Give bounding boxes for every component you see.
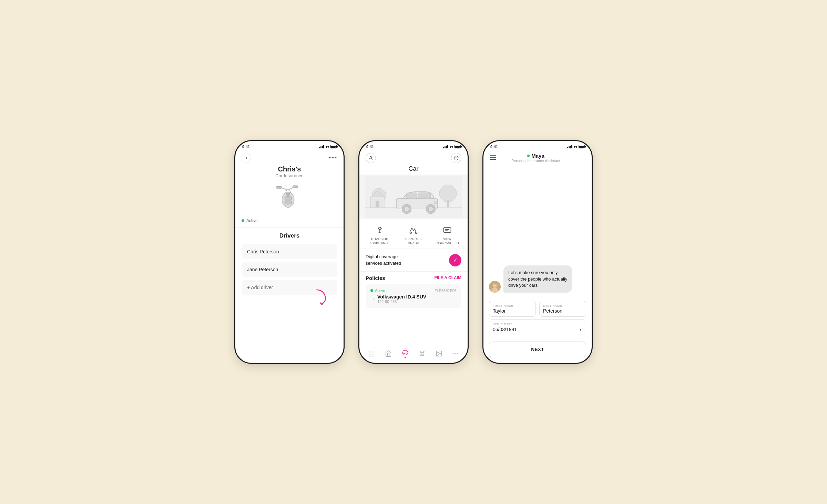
roadside-action[interactable]: ROADSIDE ASSISTANCE xyxy=(366,224,394,245)
policies-header: Policies FILE A CLAIM xyxy=(366,275,461,281)
date-row: 06/03/1981 ▼ xyxy=(493,327,582,332)
signal-icon-2 xyxy=(443,145,448,148)
svg-point-20 xyxy=(439,185,457,202)
svg-point-12 xyxy=(456,159,457,159)
svg-rect-39 xyxy=(372,354,374,356)
policy-card[interactable]: Active #LP3891E05 → Volkswagen ID.4 SUV … xyxy=(366,284,461,308)
page-title-car: Car xyxy=(359,165,468,175)
active-dot-icon xyxy=(242,219,244,222)
phone-1: 9:41 ▾▾ ‹ ••• Ch xyxy=(234,140,345,364)
last-name-value: Peterson xyxy=(543,308,582,314)
phone3-content: Maya Personal Insurance Assistant xyxy=(483,150,592,363)
online-status-dot xyxy=(527,155,530,157)
svg-rect-36 xyxy=(369,351,371,353)
agent-name-row: Maya xyxy=(499,153,572,159)
first-name-field[interactable]: FIRST NAME Taylor xyxy=(489,301,536,317)
chat-message-row: Let's make sure you only cover the peopl… xyxy=(489,265,586,293)
svg-rect-29 xyxy=(434,201,438,204)
policy-active-status: Active xyxy=(370,288,385,293)
divider-1 xyxy=(235,227,344,228)
signal-icon xyxy=(319,145,324,148)
phone1-content: ‹ ••• Chris's Car Insurance xyxy=(235,150,344,363)
svg-rect-9 xyxy=(276,187,282,189)
nav-dashboard[interactable] xyxy=(368,350,375,357)
nav-active-dot xyxy=(405,357,406,358)
svg-rect-33 xyxy=(444,228,451,232)
svg-point-28 xyxy=(428,207,433,211)
driver-name-1: Chris Peterson xyxy=(247,249,279,254)
drivers-heading: Drivers xyxy=(242,232,337,239)
wifi-icon-3: ▾▾ xyxy=(574,145,577,149)
nav-more[interactable] xyxy=(452,350,459,357)
svg-line-8 xyxy=(281,188,288,190)
policy-car-name: Volkswagen ID.4 SUV xyxy=(377,294,426,300)
issue-date-value: 06/03/1981 xyxy=(493,327,517,332)
agent-info: Maya Personal Insurance Assistant xyxy=(499,153,572,163)
coverage-text: Digital coverage services activated xyxy=(366,254,401,266)
status-icons-3: ▾▾ xyxy=(567,145,585,149)
menu-button[interactable] xyxy=(490,155,496,161)
policy-arrow-icon: → xyxy=(370,296,375,302)
svg-line-5 xyxy=(288,187,294,190)
nav-car[interactable] xyxy=(402,349,409,358)
svg-point-10 xyxy=(370,156,372,158)
more-options-button[interactable]: ••• xyxy=(329,154,337,161)
help-button[interactable] xyxy=(451,153,461,163)
svg-rect-24 xyxy=(419,193,431,199)
first-name-label: FIRST NAME xyxy=(493,304,532,307)
nav-pets[interactable] xyxy=(419,350,426,357)
svg-rect-21 xyxy=(447,200,449,207)
svg-rect-37 xyxy=(372,351,374,353)
dropdown-arrow-icon: ▼ xyxy=(579,328,582,332)
svg-rect-23 xyxy=(407,193,417,199)
roadside-label: ROADSIDE ASSISTANCE xyxy=(369,237,390,245)
phone-2: 9:41 ▾▾ xyxy=(358,140,469,364)
svg-point-30 xyxy=(379,227,381,230)
wifi-icon: ▾▾ xyxy=(326,145,329,149)
issue-date-field[interactable]: ISSUE DATE 06/03/1981 ▼ xyxy=(489,319,586,335)
last-name-field[interactable]: LAST NAME Peterson xyxy=(539,301,586,317)
status-bar-2: 9:41 ▾▾ xyxy=(359,141,468,150)
phone2-header xyxy=(359,150,468,165)
svg-point-45 xyxy=(423,351,424,352)
chat-area: Let's make sure you only cover the peopl… xyxy=(483,164,592,301)
status-icons-1: ▾▾ xyxy=(319,145,337,149)
phone3-header: Maya Personal Insurance Assistant xyxy=(483,150,592,164)
policy-car-row: → Volkswagen ID.4 SUV 122-80-433 xyxy=(370,294,457,304)
battery-icon-3 xyxy=(579,145,585,148)
roadside-icon xyxy=(374,224,386,236)
next-button[interactable]: NEXT xyxy=(489,342,586,357)
svg-point-31 xyxy=(410,232,412,234)
insurance-id-action[interactable]: VIEW INSURANCE ID xyxy=(433,224,461,245)
svg-point-55 xyxy=(493,284,497,288)
svg-point-43 xyxy=(422,352,423,353)
phone2-content: Car xyxy=(359,150,468,363)
coverage-check-icon[interactable]: ✓ xyxy=(449,254,461,266)
policy-active-dot xyxy=(370,289,373,292)
report-crash-action[interactable]: REPORT A CRASH xyxy=(400,224,427,245)
active-label: Active xyxy=(246,218,258,223)
policy-type: Car Insurance xyxy=(235,173,344,178)
signal-icon-3 xyxy=(567,145,572,148)
status-bar-3: 9:41 ▾▾ xyxy=(483,141,592,150)
driver-item-1[interactable]: Chris Peterson xyxy=(242,244,337,259)
add-driver-item[interactable]: + Add driver xyxy=(242,280,337,295)
nav-home[interactable] xyxy=(385,350,392,357)
svg-point-50 xyxy=(453,353,454,354)
svg-point-41 xyxy=(406,353,407,354)
wifi-icon-2: ▾▾ xyxy=(450,145,453,149)
agent-name-text: Maya xyxy=(531,153,544,159)
driver-item-2[interactable]: Jane Peterson xyxy=(242,262,337,277)
file-claim-button[interactable]: FILE A CLAIM xyxy=(435,275,461,280)
back-button[interactable]: ‹ xyxy=(242,153,251,162)
crash-label: REPORT A CRASH xyxy=(405,237,422,245)
svg-point-40 xyxy=(403,353,405,354)
profile-button[interactable] xyxy=(366,153,376,163)
policy-owner-name: Chris's xyxy=(235,165,344,173)
svg-point-42 xyxy=(420,352,421,353)
svg-point-44 xyxy=(420,351,421,352)
battery-icon xyxy=(330,145,337,148)
policies-title: Policies xyxy=(366,275,385,281)
nav-photos[interactable] xyxy=(436,350,442,357)
crash-icon xyxy=(408,224,419,236)
